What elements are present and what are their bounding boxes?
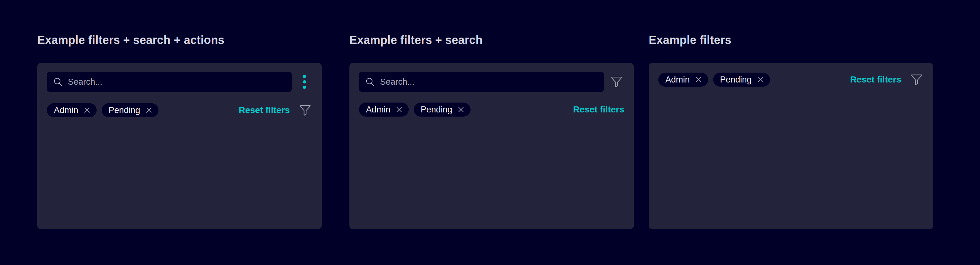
chip-remove-button[interactable] xyxy=(83,106,91,114)
chip-remove-button[interactable] xyxy=(457,106,465,113)
x-close-icon xyxy=(757,76,764,83)
reset-filters-button[interactable]: Reset filters xyxy=(239,105,290,115)
filter-chip: Admin xyxy=(47,103,97,117)
search-row xyxy=(359,72,624,92)
filter-funnel-icon xyxy=(299,105,311,116)
page: Example filters + search + actions xyxy=(0,0,980,265)
search-icon xyxy=(53,77,63,87)
chip-remove-button[interactable] xyxy=(757,76,764,83)
filter-panel: Admin Pending Reset xyxy=(37,63,322,229)
chip-label: Pending xyxy=(421,103,452,117)
chip-label: Pending xyxy=(109,103,140,117)
reset-filters-button[interactable]: Reset filters xyxy=(573,105,624,115)
chip-remove-button[interactable] xyxy=(145,106,153,114)
filter-panel: Admin Pending Reset xyxy=(349,63,634,229)
x-close-icon xyxy=(83,106,91,114)
filter-icon-button[interactable] xyxy=(910,72,924,87)
filter-chip: Pending xyxy=(102,103,158,117)
search-field xyxy=(359,72,604,92)
chip-label: Pending xyxy=(720,73,752,87)
section-filters-search-actions: Example filters + search + actions xyxy=(37,33,322,229)
chip-label: Admin xyxy=(665,73,690,87)
panel-title: Example filters + search xyxy=(349,33,634,47)
filter-panel: Admin Pending Reset xyxy=(649,63,933,229)
filter-chips-row: Admin Pending Reset xyxy=(658,72,924,87)
filter-icon-button[interactable] xyxy=(298,103,312,118)
search-field xyxy=(47,72,292,92)
x-close-icon xyxy=(145,106,153,114)
filter-chips-row: Admin Pending Reset xyxy=(359,103,624,117)
chip-remove-button[interactable] xyxy=(695,76,702,83)
section-filters: Example filters Admin Pending xyxy=(649,33,933,229)
search-input[interactable] xyxy=(380,77,597,87)
chip-remove-button[interactable] xyxy=(395,106,403,113)
filter-chip: Pending xyxy=(414,103,471,117)
chip-label: Admin xyxy=(366,103,391,117)
filter-chip: Admin xyxy=(359,103,409,117)
chip-label: Admin xyxy=(54,103,78,117)
x-close-icon xyxy=(695,76,702,83)
x-close-icon xyxy=(395,106,403,113)
filter-icon-button[interactable] xyxy=(609,72,624,92)
x-close-icon xyxy=(457,106,465,113)
search-input[interactable] xyxy=(68,77,285,87)
filter-chip: Pending xyxy=(713,73,770,87)
panel-title: Example filters + search + actions xyxy=(37,33,322,47)
filter-chip: Admin xyxy=(658,73,708,87)
filter-chips-row: Admin Pending Reset xyxy=(47,103,312,118)
kebab-menu-icon xyxy=(302,74,306,89)
section-filters-search: Example filters + search xyxy=(349,33,634,229)
search-icon xyxy=(365,77,375,87)
reset-filters-button[interactable]: Reset filters xyxy=(850,75,901,85)
panel-title: Example filters xyxy=(649,33,933,47)
filter-funnel-icon xyxy=(911,74,922,85)
filter-funnel-icon xyxy=(611,76,622,87)
actions-kebab-button[interactable] xyxy=(297,72,312,92)
search-row xyxy=(47,72,312,92)
